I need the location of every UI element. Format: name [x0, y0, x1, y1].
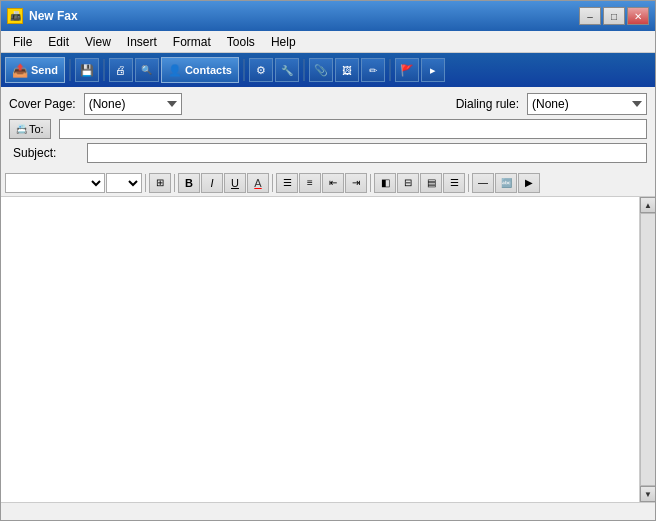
maximize-button[interactable]: □ — [603, 7, 625, 25]
increase-indent-icon: ⇥ — [352, 177, 360, 188]
contacts-button[interactable]: 👤 Contacts — [161, 57, 239, 83]
bold-button[interactable]: B — [178, 173, 200, 193]
attach-button[interactable]: 📎 — [309, 58, 333, 82]
title-bar: 📠 New Fax – □ ✕ — [1, 1, 655, 31]
italic-button[interactable]: I — [201, 173, 223, 193]
tools-button[interactable]: 🔧 — [275, 58, 299, 82]
options-button[interactable]: ⚙ — [249, 58, 273, 82]
font-size-select[interactable] — [106, 173, 142, 193]
subject-input[interactable] — [87, 143, 647, 163]
justify-button[interactable]: ☰ — [443, 173, 465, 193]
align-left-button[interactable]: ◧ — [374, 173, 396, 193]
send-button[interactable]: 📤 Send — [5, 57, 65, 83]
font-select[interactable] — [5, 173, 105, 193]
main-content: ▲ ▼ — [1, 197, 655, 502]
right-scrollbar: ▲ ▼ — [639, 197, 655, 502]
line-button[interactable]: — — [472, 173, 494, 193]
scroll-track[interactable] — [640, 213, 655, 486]
spell-button[interactable]: 🔤 — [495, 173, 517, 193]
to-icon: 📇 — [16, 124, 27, 134]
send-icon: 📤 — [12, 63, 28, 78]
toolbar-sep-4 — [303, 59, 305, 81]
drawing-button[interactable]: ✏ — [361, 58, 385, 82]
more-fmt-button[interactable]: ▶ — [518, 173, 540, 193]
flag-button[interactable]: 🚩 — [395, 58, 419, 82]
fmt-sep-5 — [468, 174, 469, 192]
preview-button[interactable]: 🔍 — [135, 58, 159, 82]
window-icon: 📠 — [7, 8, 23, 24]
image-icon: 🖼 — [342, 65, 352, 76]
scroll-down-button[interactable]: ▼ — [640, 486, 655, 502]
dialing-rule-label: Dialing rule: — [456, 97, 519, 111]
main-window: 📠 New Fax – □ ✕ File Edit View Insert Fo… — [0, 0, 656, 521]
menu-format[interactable]: Format — [165, 33, 219, 51]
underline-button[interactable]: U — [224, 173, 246, 193]
line-icon: — — [478, 177, 488, 188]
options-icon: ⚙ — [256, 64, 266, 77]
underline-icon: U — [231, 177, 239, 189]
cover-page-select[interactable]: (None) Confidential For Comment For Revi… — [84, 93, 182, 115]
image-button[interactable]: 🖼 — [335, 58, 359, 82]
save-button[interactable]: 💾 — [75, 58, 99, 82]
to-button-label: To: — [29, 123, 44, 135]
align-para-button[interactable]: ⊞ — [149, 173, 171, 193]
text-area-wrapper — [1, 197, 639, 502]
increase-indent-button[interactable]: ⇥ — [345, 173, 367, 193]
toolbar: 📤 Send 💾 🖨 🔍 👤 Contacts ⚙ 🔧 📎 🖼 — [1, 53, 655, 87]
cover-page-label: Cover Page: — [9, 97, 76, 111]
drawing-icon: ✏ — [369, 65, 377, 76]
align-center-button[interactable]: ⊟ — [397, 173, 419, 193]
toolbar-sep-5 — [389, 59, 391, 81]
body-textarea[interactable] — [1, 197, 639, 502]
fmt-sep-3 — [272, 174, 273, 192]
decrease-indent-icon: ⇤ — [329, 177, 337, 188]
menu-insert[interactable]: Insert — [119, 33, 165, 51]
send-label: Send — [31, 64, 58, 76]
menu-edit[interactable]: Edit — [40, 33, 77, 51]
more-button[interactable]: ▸ — [421, 58, 445, 82]
font-color-icon: A — [254, 177, 261, 189]
to-row: 📇 To: — [9, 119, 647, 139]
window-controls: – □ ✕ — [579, 7, 649, 25]
align-center-icon: ⊟ — [404, 177, 412, 188]
toolbar-sep-1 — [69, 59, 71, 81]
align-left-icon: ◧ — [381, 177, 390, 188]
print-button[interactable]: 🖨 — [109, 58, 133, 82]
menu-tools[interactable]: Tools — [219, 33, 263, 51]
status-bar — [1, 502, 655, 520]
justify-icon: ☰ — [450, 177, 459, 188]
menu-help[interactable]: Help — [263, 33, 304, 51]
to-input[interactable] — [59, 119, 647, 139]
bullets-button[interactable]: ☰ — [276, 173, 298, 193]
align-right-button[interactable]: ▤ — [420, 173, 442, 193]
cover-page-row: Cover Page: (None) Confidential For Comm… — [9, 93, 647, 115]
minimize-button[interactable]: – — [579, 7, 601, 25]
font-color-button[interactable]: A — [247, 173, 269, 193]
menu-bar: File Edit View Insert Format Tools Help — [1, 31, 655, 53]
tools-icon: 🔧 — [281, 65, 293, 76]
contacts-label: Contacts — [185, 64, 232, 76]
toolbar-sep-2 — [103, 59, 105, 81]
menu-file[interactable]: File — [5, 33, 40, 51]
fields-area: Cover Page: (None) Confidential For Comm… — [1, 87, 655, 169]
subject-row: Subject: — [9, 143, 647, 163]
more-fmt-icon: ▶ — [525, 177, 533, 188]
menu-view[interactable]: View — [77, 33, 119, 51]
more-icon: ▸ — [430, 64, 436, 77]
flag-icon: 🚩 — [400, 64, 414, 77]
numbering-button[interactable]: ≡ — [299, 173, 321, 193]
decrease-indent-button[interactable]: ⇤ — [322, 173, 344, 193]
fmt-sep-2 — [174, 174, 175, 192]
fmt-sep-1 — [145, 174, 146, 192]
toolbar-sep-3 — [243, 59, 245, 81]
dialing-rule-select[interactable]: (None) — [527, 93, 647, 115]
scroll-up-button[interactable]: ▲ — [640, 197, 655, 213]
close-button[interactable]: ✕ — [627, 7, 649, 25]
fmt-sep-4 — [370, 174, 371, 192]
bullets-icon: ☰ — [283, 177, 292, 188]
to-button[interactable]: 📇 To: — [9, 119, 51, 139]
formatting-bar: ⊞ B I U A ☰ ≡ ⇤ ⇥ ◧ ⊟ — [1, 169, 655, 197]
spell-icon: 🔤 — [501, 178, 512, 188]
save-icon: 💾 — [80, 64, 94, 77]
align-para-icon: ⊞ — [156, 177, 164, 188]
